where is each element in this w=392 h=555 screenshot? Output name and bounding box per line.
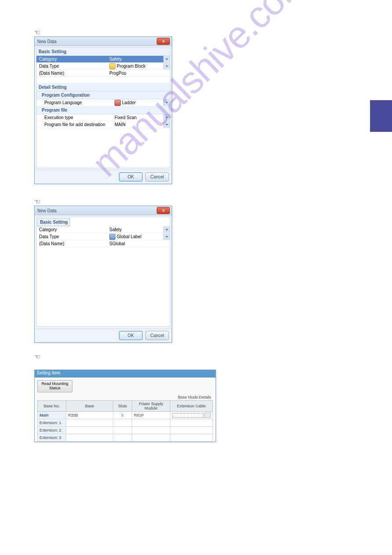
data-type-value: Program Block: [117, 64, 146, 69]
col-base: Base: [66, 401, 113, 412]
ok-button[interactable]: OK: [119, 331, 143, 340]
data-name-value: SGlobal: [108, 241, 170, 246]
cursor-icon: ☞: [34, 352, 40, 361]
data-type-row[interactable]: Data Type Global Label: [36, 233, 170, 240]
data-name-value: ProgPou: [108, 71, 170, 76]
dialog1-title: New Data: [37, 39, 57, 44]
exec-type-label: Execution type: [36, 115, 114, 120]
chevron-down-icon[interactable]: [163, 63, 170, 69]
table-row[interactable]: Extension: 3: [38, 434, 213, 442]
data-type-value: Global Label: [117, 234, 141, 239]
add-dest-label: Program file for add destination: [36, 122, 114, 127]
col-psm: Power Supply Module: [132, 401, 170, 412]
data-name-label: (Data Name): [36, 241, 108, 246]
chevron-down-icon[interactable]: [163, 233, 170, 240]
table-row[interactable]: Main R35B 5 R61P: [38, 412, 213, 419]
category-label: Category: [36, 227, 108, 232]
program-lang-label: Program Language: [36, 100, 114, 105]
data-type-row[interactable]: Data Type Program Block: [36, 63, 170, 70]
close-icon[interactable]: ✕: [157, 38, 170, 45]
cursor-icon: ☞: [34, 28, 40, 36]
col-cable: Extension Cable: [170, 401, 213, 412]
chevron-down-icon[interactable]: [163, 121, 170, 128]
exec-type-row[interactable]: Execution type Fixed Scan: [36, 114, 170, 121]
extension-cable-field[interactable]: [172, 413, 204, 418]
browse-icon[interactable]: [205, 413, 211, 418]
cancel-button[interactable]: Cancel: [145, 331, 169, 340]
table-row[interactable]: Extension: 1: [38, 419, 213, 427]
add-dest-row[interactable]: Program file for add destination MAIN: [36, 121, 170, 128]
program-lang-row[interactable]: Program Language Ladder: [36, 99, 170, 106]
chevron-down-icon[interactable]: [163, 114, 170, 121]
detail-setting-header: Detail Setting: [36, 83, 170, 91]
setting-item-header: Setting Item: [35, 370, 216, 377]
dialog2-title: New Data: [37, 208, 57, 213]
category-row[interactable]: Category Safety: [36, 226, 170, 233]
ladder-icon: [115, 100, 121, 106]
data-type-label: Data Type: [36, 234, 108, 239]
ok-button[interactable]: OK: [119, 172, 143, 181]
read-mounting-status-button[interactable]: Read Mounting Status: [37, 380, 72, 392]
nav-path-2: ☞: [34, 197, 374, 206]
close-icon[interactable]: ✕: [157, 207, 170, 214]
nav-path-1: ☞: [34, 28, 374, 36]
dialog2-titlebar: New Data ✕: [35, 206, 172, 215]
data-type-label: Data Type: [36, 64, 108, 69]
cancel-button[interactable]: Cancel: [145, 172, 169, 181]
new-data-dialog-2: New Data ✕ Basic Setting Category Safety…: [34, 206, 172, 343]
base-mode-label: Base Mode:Details: [37, 394, 213, 400]
program-config-header: Program Configuration: [36, 91, 170, 99]
data-name-label: (Data Name): [36, 71, 108, 76]
add-dest-value: MAIN: [114, 122, 163, 127]
basic-setting-header: Basic Setting: [36, 48, 170, 56]
chevron-down-icon[interactable]: [163, 226, 170, 233]
program-lang-value: Ladder: [122, 100, 136, 105]
program-file-header: Program file: [36, 106, 170, 114]
category-value: Safety: [108, 227, 163, 232]
program-block-icon: [109, 63, 115, 69]
cursor-icon: ☞: [34, 197, 40, 206]
setting-item-panel: Setting Item Read Mounting Status Base M…: [34, 370, 216, 442]
category-label: Category: [36, 57, 108, 62]
col-base-no: Base No.: [38, 401, 66, 412]
category-value: Safety: [108, 57, 163, 62]
table-row[interactable]: Extension: 2: [38, 427, 213, 434]
data-name-row[interactable]: (Data Name) ProgPou: [36, 70, 170, 77]
data-name-row[interactable]: (Data Name) SGlobal: [36, 240, 170, 247]
nav-path-3: ☞: [34, 352, 374, 361]
exec-type-value: Fixed Scan: [114, 115, 163, 120]
new-data-dialog-1: New Data ✕ Basic Setting Category Safety…: [34, 36, 172, 184]
basic-setting-header: Basic Setting: [37, 218, 70, 226]
section-side-tab: [370, 100, 392, 132]
global-label-icon: [109, 234, 115, 240]
chevron-down-icon[interactable]: [163, 99, 170, 106]
col-slots: Slots: [113, 401, 132, 412]
category-row[interactable]: Category Safety: [36, 56, 170, 63]
base-setting-table: Base No. Base Slots Power Supply Module …: [37, 400, 213, 442]
dialog1-titlebar: New Data ✕: [35, 37, 172, 46]
chevron-down-icon[interactable]: [163, 56, 170, 62]
